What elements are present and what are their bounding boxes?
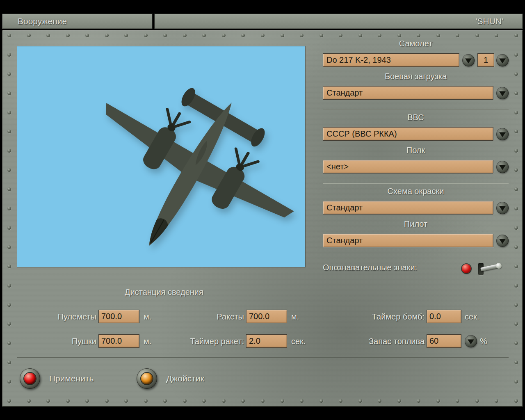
loadout-select[interactable]: Стандарт [323,86,493,100]
pilot-select-value: Стандарт [326,236,363,245]
rivet [66,399,70,403]
rivet [7,91,11,95]
rivet [7,53,11,57]
loadout-select-arrow-button[interactable] [496,87,509,99]
loadout-select-value: Стандарт [326,88,363,97]
rivet [514,265,518,268]
rivet [358,34,362,37]
fuel-arrow-button[interactable] [465,335,477,347]
paint-scheme-select-arrow-button[interactable] [496,202,509,214]
chevron-down-icon [499,206,506,211]
rivet [46,34,50,37]
markings-toggle-switch[interactable] [476,261,504,278]
rivet [475,34,479,37]
aircraft-count-value: 1 [484,55,488,64]
fuel-input[interactable] [427,334,461,348]
rivet [300,34,304,37]
rivet [7,303,11,307]
rivet [514,303,518,307]
rivet [222,399,226,403]
rivet [105,34,109,37]
rivet [7,399,11,403]
rivet [261,399,265,403]
rivet [183,34,187,37]
pilot-label: Пилот [323,219,509,229]
rockets-input[interactable] [246,310,287,323]
rockets-unit: м. [291,312,299,322]
cannons-unit: м. [144,337,151,346]
rivet [514,207,518,210]
rocket-timer-label: Таймер ракет: [160,337,244,346]
pilot-select-arrow-button[interactable] [496,235,509,247]
regiment-select-arrow-button[interactable] [496,161,509,173]
chevron-down-icon [499,91,506,96]
rivet [7,226,11,230]
rivet [27,34,31,37]
toggle-knob-icon [496,263,502,269]
rivet [320,399,323,403]
apply-button[interactable] [20,368,40,389]
cannons-input[interactable] [98,334,139,348]
markings-label: Опознавательные знаки: [323,263,462,272]
fuel-unit: % [480,337,487,346]
fuel-label: Запас топлива [340,337,425,346]
rivet [7,245,11,249]
rivet [397,34,401,37]
rivet [144,34,148,37]
rocket-timer-input[interactable] [246,334,287,348]
pilot-select[interactable]: Стандарт [323,234,493,247]
chevron-down-icon [499,58,506,63]
rivet [281,399,284,403]
chevron-down-icon [499,165,506,170]
rivet [261,34,265,37]
divider [323,183,509,184]
joystick-button[interactable] [137,368,157,389]
rivet [514,245,518,249]
aircraft-select[interactable]: Do 217 K-2, 1943 [323,53,459,67]
regiment-select[interactable]: <нет> [323,160,493,173]
apply-button-light [24,373,36,384]
rivet [320,34,323,37]
machine-guns-input[interactable] [98,310,139,323]
airforce-select[interactable]: СССР (ВВС РККА) [323,127,493,141]
rivet [514,72,518,76]
aircraft-select-value: Do 217 K-2, 1943 [326,55,391,64]
rivet [397,399,401,403]
joystick-button-label: Джойстик [166,374,204,383]
rivet [7,111,11,114]
rivet [222,34,226,37]
rivet [7,207,11,210]
airforce-select-arrow-button[interactable] [496,128,509,140]
loadout-label: Боевая загрузка [323,72,509,81]
airforce-select-value: СССР (ВВС РККА) [326,129,397,138]
aircraft-select-arrow-button[interactable] [462,54,475,66]
regiment-label: Полк [323,146,509,155]
apply-button-label: Применить [49,374,94,383]
aircraft-count-arrow-button[interactable] [496,54,509,66]
paint-scheme-select[interactable]: Стандарт [323,201,493,215]
chevron-down-icon [499,132,506,137]
player-name: 'SHUN' [155,14,523,29]
machine-guns-unit: м. [144,312,151,322]
bomb-timer-input[interactable] [427,310,461,323]
rivet [514,226,518,230]
aircraft-count-field[interactable]: 1 [477,53,494,67]
rivet [514,34,518,37]
rivet [27,399,31,403]
airforce-label: ВВС [323,113,509,122]
bomb-timer-label: Таймер бомб: [340,312,425,322]
divider [323,109,509,110]
rivet [7,265,11,268]
rivet [436,34,440,37]
rivet [514,111,518,114]
rivet [7,284,11,288]
tab-armament-label: Вооружение [2,14,152,29]
paint-scheme-select-value: Стандарт [326,203,363,212]
rivet [514,53,518,57]
tab-armament[interactable]: Вооружение [2,14,153,29]
rivet [514,284,518,288]
rivet [436,399,440,403]
divider [17,357,509,358]
rivet [7,72,11,76]
do217-plane-graphic [17,46,305,267]
